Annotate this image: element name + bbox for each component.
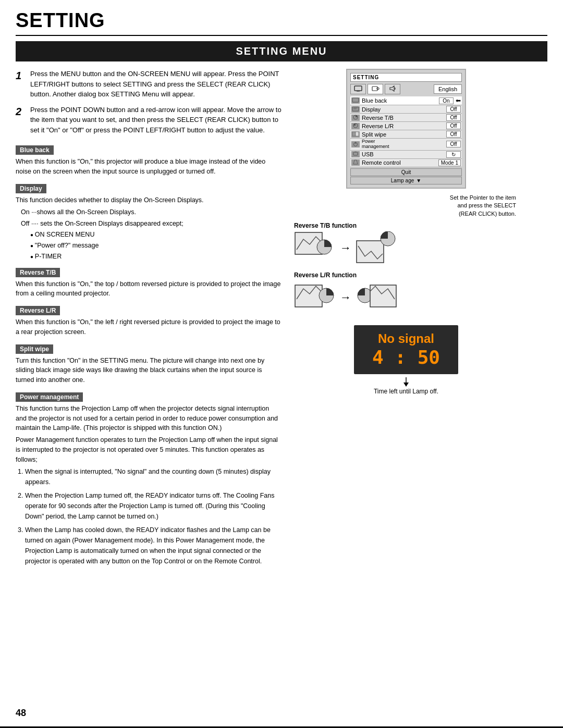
display-icon	[351, 106, 360, 113]
display-on: On ···shows all the On-Screen Displays.	[21, 207, 282, 218]
lamp-age-arrow-icon: ▼	[416, 178, 421, 183]
ui-reverse-tb-label: Reverse T/B	[362, 115, 444, 121]
feature-split-wipe: Split wipe Turn this function "On" in th…	[16, 339, 282, 385]
step-1: 1 Press the MENU button and the ON-SCREE…	[16, 69, 282, 100]
svg-marker-4	[390, 86, 394, 91]
power-icon	[351, 141, 360, 147]
svg-marker-26	[403, 382, 409, 387]
reverse-tb-function-label: Reverse T/B function	[294, 222, 518, 229]
reverse-tb-desc: When this function is "On," the top / bo…	[16, 279, 282, 299]
step-2: 2 Press the POINT DOWN button and a red-…	[16, 105, 282, 135]
ui-power-label: Powermanagement	[362, 139, 444, 150]
ui-tabs-row: English	[350, 84, 462, 94]
ui-row-display[interactable]: Display Off	[350, 105, 462, 114]
time-caption-text: Time left until Lamp off.	[374, 388, 438, 395]
ui-title: SETTING	[350, 73, 462, 82]
reverse-lr-function: Reverse L/R function →	[294, 272, 518, 315]
ui-row-power-mgmt[interactable]: Powermanagement Off	[350, 139, 462, 151]
power-management-desc2: Power Management function operates to tu…	[16, 435, 282, 464]
step-number-1: 1	[16, 68, 26, 100]
ui-row-split-wipe[interactable]: Split wipe Off	[350, 130, 462, 139]
ui-caption: Set the Pointer to the itemand press the…	[294, 194, 518, 218]
reverse-tb-after	[356, 231, 397, 265]
ui-row-reverse-lr[interactable]: Reverse L/R Off	[350, 122, 462, 130]
lamp-age-label: Lamp age	[391, 178, 414, 183]
ui-usb-label: USB	[362, 151, 444, 157]
reverse-lr-desc: When this function is "On," the left / r…	[16, 317, 282, 337]
feature-blue-back: Blue back When this function is "On," th…	[16, 140, 282, 177]
feature-display: Display This function decides whether to…	[16, 179, 282, 263]
display-desc: This function decides whether to display…	[16, 195, 282, 205]
ui-power-value: Off	[446, 141, 461, 147]
step-text-1: Press the MENU button and the ON-SCREEN …	[30, 69, 282, 100]
split-wipe-label: Split wipe	[16, 344, 53, 354]
no-signal-box: No signal 4 : 50	[354, 325, 458, 374]
ui-display-label: Display	[362, 106, 444, 113]
ui-reverse-lr-label: Reverse L/R	[362, 123, 444, 129]
feature-reverse-tb: Reverse T/B When this function is "On," …	[16, 263, 282, 299]
ui-tab-monitor[interactable]	[350, 84, 366, 94]
reverse-tb-label: Reverse T/B	[16, 268, 60, 277]
usb-icon	[351, 151, 360, 157]
time-caption: Time left until Lamp off.	[294, 377, 518, 395]
split-wipe-desc: Turn this function "On" in the SETTING m…	[16, 356, 282, 385]
ui-split-wipe-label: Split wipe	[362, 131, 444, 138]
page-title: SETTING	[0, 0, 563, 35]
svg-rect-1	[357, 91, 360, 92]
blue-back-desc: When this function is "On," this project…	[16, 157, 282, 177]
feature-power-management: Power management This function turns the…	[16, 387, 282, 567]
blue-back-label: Blue back	[16, 145, 54, 155]
lr-arrow-icon: →	[340, 291, 351, 304]
section-header: SETTING MENU	[16, 41, 547, 61]
feature-reverse-lr: Reverse L/R When this function is "On," …	[16, 301, 282, 337]
svg-rect-15	[353, 152, 358, 155]
svg-rect-11	[352, 132, 356, 136]
reverse-lr-icon	[351, 123, 360, 129]
svg-point-3	[377, 88, 379, 90]
right-column: SETTING English Blue back	[294, 69, 518, 570]
ui-usb-value: ↻	[446, 151, 461, 158]
display-off: Off ···· sets the On-Screen Displays dis…	[21, 218, 282, 229]
pm-step-3: When the Lamp has cooled down, the READY…	[25, 525, 282, 566]
blue-back-icon	[351, 97, 360, 104]
ui-tab-speaker[interactable]	[385, 84, 400, 94]
reverse-lr-after	[356, 281, 397, 315]
split-wipe-icon	[351, 131, 360, 138]
ui-blue-back-arrow: ⬅	[456, 97, 461, 104]
reverse-tb-function: Reverse T/B function →	[294, 222, 518, 265]
svg-rect-5	[352, 98, 359, 102]
ui-remote-value: Mode 1	[438, 159, 461, 166]
power-management-label: Power management	[16, 392, 83, 402]
left-column: 1 Press the MENU button and the ON-SCREE…	[16, 69, 282, 570]
ui-row-remote[interactable]: Remote control Mode 1	[350, 159, 462, 167]
display-label: Display	[16, 184, 46, 193]
page-number: 48	[16, 708, 26, 719]
reverse-tb-icon	[351, 115, 360, 121]
ui-row-usb[interactable]: USB ↻	[350, 151, 462, 159]
reverse-tb-diagram: →	[294, 231, 518, 265]
tb-arrow-icon: →	[340, 241, 351, 255]
lamp-age-button[interactable]: Lamp age ▼	[350, 177, 462, 184]
ui-reverse-lr-value: Off	[446, 122, 461, 129]
ui-language[interactable]: English	[434, 84, 462, 94]
svg-rect-12	[356, 132, 359, 136]
step-number-2: 2	[16, 104, 26, 135]
display-bullets: ON SCREEN MENU "Power off?" message P-TI…	[30, 229, 282, 263]
ui-split-wipe-value: Off	[446, 131, 461, 138]
ui-display-value: Off	[446, 106, 461, 113]
reverse-lr-diagram: →	[294, 281, 518, 315]
reverse-tb-before	[294, 231, 336, 265]
ui-screenshot: SETTING English Blue back	[346, 69, 466, 189]
reverse-lr-before	[294, 281, 336, 315]
ui-blue-back-label: Blue back	[362, 97, 437, 104]
display-bullet-2: "Power off?" message	[30, 240, 282, 251]
ui-row-reverse-tb[interactable]: Reverse T/B Off	[350, 114, 462, 122]
display-bullet-1: ON SCREEN MENU	[30, 229, 282, 240]
no-signal-time: 4 : 50	[364, 347, 448, 368]
svg-rect-0	[354, 86, 362, 91]
step-text-2: Press the POINT DOWN button and a red-ar…	[30, 105, 282, 135]
ui-row-blue-back[interactable]: Blue back On ⬅	[350, 96, 462, 105]
reverse-lr-label: Reverse L/R	[16, 306, 60, 315]
ui-tab-projector[interactable]	[368, 84, 383, 94]
quit-button[interactable]: Quit	[350, 168, 462, 176]
